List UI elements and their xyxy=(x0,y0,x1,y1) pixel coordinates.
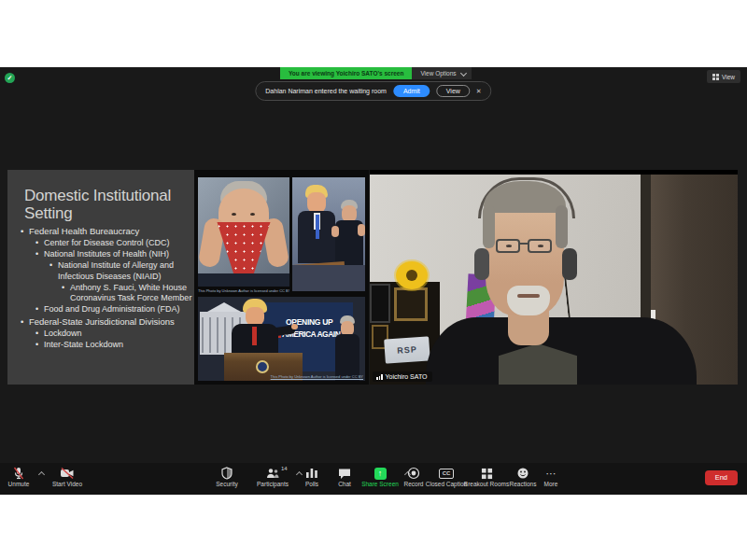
slide-bullet: Federal Health Bureaucracy xyxy=(17,226,196,237)
person-hair xyxy=(556,205,568,248)
unmute-button[interactable]: Unmute xyxy=(0,467,37,487)
polls-icon xyxy=(305,467,318,480)
security-button[interactable]: Security xyxy=(206,467,247,487)
slide-bullet: Food and Drug Administration (FDA) xyxy=(17,304,196,315)
viewing-screen-banner: You are viewing Yoichiro SATO's screen xyxy=(280,67,412,79)
security-shield-icon xyxy=(220,467,233,480)
view-layout-label: View xyxy=(722,74,735,80)
reactions-smiley-icon xyxy=(516,467,529,480)
photo-trump-fauci-briefing xyxy=(292,177,365,291)
eyeglasses xyxy=(494,239,556,254)
view-options-dropdown[interactable]: View Options xyxy=(412,67,471,79)
closed-caption-button[interactable]: CC Closed Caption xyxy=(424,467,469,487)
participant-name: Yoichiro SATO xyxy=(386,373,428,380)
photo-figure-eye xyxy=(232,213,236,216)
meeting-content: Domestic Institutional Setting Federal H… xyxy=(0,170,747,385)
encryption-shield-icon: ✓ xyxy=(5,73,15,83)
participants-button[interactable]: 14 Participants xyxy=(250,467,295,487)
record-icon xyxy=(407,467,420,480)
breakout-rooms-button[interactable]: Breakout Rooms xyxy=(465,467,508,487)
eyeglass-lens xyxy=(528,239,552,253)
photo-opening-up-america: OPENING UP AMERICA AGAIN This Pho xyxy=(198,297,365,381)
slide-bullet: Center for Disease Control (CDC) xyxy=(17,238,196,248)
slide-bullet: Inter-State Lockdown xyxy=(17,340,196,350)
audio-signal-icon xyxy=(376,374,383,380)
participants-count: 14 xyxy=(281,466,288,471)
participant-video-tile: RSP Yoichiro SATO xyxy=(370,170,738,385)
waiting-room-message: Dahlan Nariman entered the waiting room xyxy=(265,88,387,94)
chat-bubble-icon xyxy=(338,467,351,480)
slide-title: Domestic Institutional Setting xyxy=(24,187,197,222)
view-waiting-room-button[interactable]: View xyxy=(437,85,470,97)
photo-figure-hand xyxy=(291,324,298,329)
participant-name-tag: Yoichiro SATO xyxy=(373,371,432,382)
gallery-grid-icon xyxy=(712,74,719,80)
closed-caption-icon: CC xyxy=(439,467,454,480)
photo-figure-tie xyxy=(252,327,257,345)
start-video-button[interactable]: Start Video xyxy=(45,467,90,487)
end-meeting-button[interactable]: End xyxy=(705,470,738,485)
photo-figure-face xyxy=(307,192,326,213)
close-icon[interactable]: ✕ xyxy=(476,88,482,95)
presidential-seal xyxy=(256,360,269,373)
polls-button[interactable]: Polls xyxy=(296,467,328,487)
photo-figure-suit xyxy=(198,273,289,287)
waiting-room-notification: Dahlan Nariman entered the waiting room … xyxy=(255,81,491,101)
photo-figure-hand xyxy=(331,226,339,237)
photo-figure-hand xyxy=(358,224,365,236)
podium xyxy=(292,265,365,291)
admit-button[interactable]: Admit xyxy=(393,85,430,97)
photo-figure-tie xyxy=(316,215,319,239)
breakout-rooms-icon xyxy=(481,467,493,480)
license-plate: RSP xyxy=(384,336,430,363)
picture-frame xyxy=(370,284,390,323)
gold-picture-frame xyxy=(394,287,428,321)
headphone-earcup xyxy=(562,248,577,280)
slide-bullet: Federal-State Jurisdictional Divisions xyxy=(17,316,196,328)
zoom-meeting-window: ✓ You are viewing Yoichiro SATO's screen… xyxy=(0,67,747,495)
share-screen-icon: ↑ xyxy=(374,467,387,480)
participants-icon: 14 xyxy=(265,467,280,480)
microphone-muted-icon xyxy=(12,467,25,480)
red-bandana-mask xyxy=(215,222,273,276)
photo-fauci-bandana xyxy=(198,177,289,287)
more-ellipsis-icon: ⋯ xyxy=(546,467,557,480)
chat-button[interactable]: Chat xyxy=(328,467,361,487)
photo-caption-link: This Photo by Unknown Author is licensed… xyxy=(198,288,289,293)
person-goatee xyxy=(507,286,550,315)
screen-share-banner: You are viewing Yoichiro SATO's screen V… xyxy=(280,67,472,79)
unmute-options-chevron[interactable] xyxy=(38,471,45,478)
photo-figure-eye xyxy=(250,213,255,216)
slide-photo-panel: This Photo by Unknown Author is licensed… xyxy=(194,170,369,385)
shared-screen-slide: Domestic Institutional Setting Federal H… xyxy=(7,170,369,385)
video-off-icon xyxy=(60,467,75,480)
photo-caption-link: This Photo by Unknown Author is licensed… xyxy=(271,374,363,379)
sunflower xyxy=(396,261,428,289)
eyeglass-lens xyxy=(496,239,520,253)
view-layout-button[interactable]: View xyxy=(707,70,740,83)
photo-figure-face xyxy=(246,307,264,326)
slide-bullet: National Institute of Allergy and Infect… xyxy=(17,260,196,282)
person-mouth xyxy=(517,294,540,298)
more-button[interactable]: ⋯ More xyxy=(536,467,566,487)
slide-bullet: National Institutes of Health (NIH) xyxy=(17,249,196,259)
slide-bullet: Anthony S. Fauci, White House Coronaviru… xyxy=(17,283,196,304)
meeting-toolbar: Unmute Start Video Security 14 Participa… xyxy=(0,463,747,495)
headphone-earcup xyxy=(474,248,489,280)
slide-bullet-list: Federal Health Bureaucracy Center for Di… xyxy=(17,226,196,351)
slide-bullet: Lockdown xyxy=(17,329,196,339)
